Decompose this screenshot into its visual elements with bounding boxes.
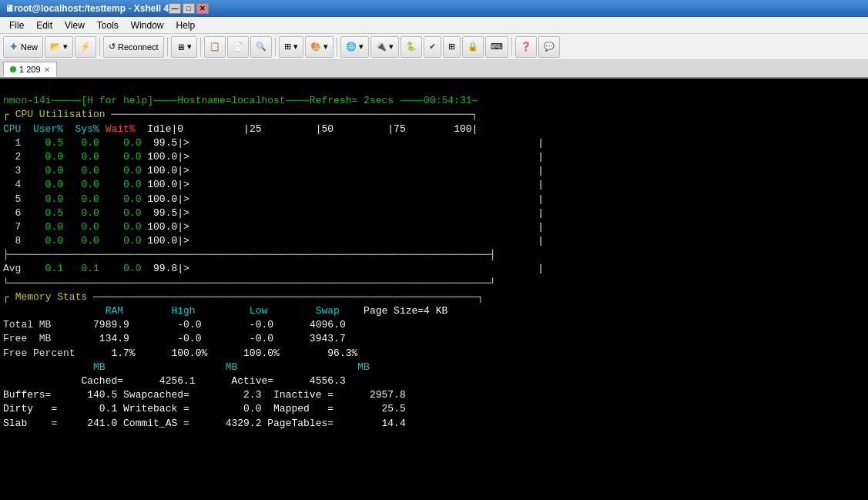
menu-view[interactable]: View	[59, 17, 91, 33]
menu-edit[interactable]: Edit	[30, 17, 59, 33]
session-button[interactable]: 🖥 ▾	[171, 36, 197, 58]
cpu-section-box-top: ┌ CPU Utilisation ──────────────────────…	[3, 109, 478, 120]
chat-button[interactable]: 💬	[538, 36, 560, 58]
close-button[interactable]: ✕	[196, 3, 209, 14]
mem-free-line: Free MB 134.9 -0.0 -0.0 3943.7	[3, 333, 346, 344]
check-button[interactable]: ✔	[424, 36, 441, 58]
theme-icon: 🎨	[310, 42, 321, 52]
new-icon: ✦	[8, 39, 18, 54]
separator-2	[167, 38, 168, 56]
cpu-row-4: 4 0.0 0.0 0.0 100.0|> |	[3, 179, 544, 190]
folder-button[interactable]: 📂 ▾	[45, 36, 73, 58]
lock-icon: 🔒	[468, 42, 478, 52]
tab-close-button[interactable]: ✕	[44, 65, 50, 74]
mem-header-line: RAM High Low Swap Page Size=4 KB	[3, 305, 447, 317]
cpu-avg-line: Avg 0.1 0.1 0.0 99.8|> |	[3, 263, 544, 274]
terminal-header: nmon-14i─────[H for help]────Hostname=lo…	[3, 95, 478, 106]
tab-label: 1 209	[19, 65, 41, 74]
dropdown-arrow-2: ▾	[187, 42, 192, 52]
separator-4	[275, 38, 276, 56]
help-button[interactable]: ❓	[515, 36, 537, 58]
snake-button[interactable]: 🐍	[400, 36, 422, 58]
menu-tools[interactable]: Tools	[91, 17, 125, 33]
dropdown-arrow: ▾	[63, 42, 68, 52]
new-button[interactable]: ✦ New	[3, 36, 43, 58]
mem-buffers-line: Buffers= 140.5 Swapcached= 2.3 Inactive …	[3, 389, 406, 401]
cpu-separator-mid: ├───────────────────────────────────────…	[3, 249, 496, 260]
minimize-button[interactable]: —	[169, 3, 181, 14]
cpu-row-5: 5 0.0 0.0 0.0 100.0|> |	[3, 193, 544, 205]
cpu-row-6: 6 0.5 0.0 0.0 99.5|> |	[3, 207, 544, 219]
copy-button[interactable]: 📋	[204, 36, 226, 58]
menu-help[interactable]: Help	[170, 17, 202, 33]
separator-1	[99, 38, 100, 56]
copy-icon: 📋	[209, 42, 220, 52]
paste-icon: 📄	[233, 42, 243, 52]
menu-file[interactable]: File	[3, 17, 30, 33]
find-icon: 🔍	[256, 42, 266, 52]
reconnect-button[interactable]: ↺ Reconnect	[103, 36, 164, 58]
title-text: root@localhost:/testtemp - Xshell 4	[14, 3, 169, 14]
connect-button[interactable]: ⚡	[75, 36, 96, 58]
tab-indicator	[10, 66, 16, 72]
paste-button[interactable]: 📄	[227, 36, 249, 58]
help-icon: ❓	[521, 42, 531, 52]
dropdown-arrow-4: ▾	[323, 42, 328, 52]
dropdown-arrow-5: ▾	[359, 42, 364, 52]
title-controls[interactable]: — □ ✕	[169, 3, 209, 14]
title-bar: 🖥 root@localhost:/testtemp - Xshell 4 — …	[0, 0, 868, 17]
reconnect-label: Reconnect	[118, 42, 159, 52]
dropdown-arrow-3: ▾	[293, 42, 298, 52]
plugin-icon: 🔌	[376, 42, 387, 52]
grid-button[interactable]: ⊞	[443, 36, 461, 58]
folder-icon: 📂	[50, 42, 61, 52]
globe-icon: 🌐	[346, 42, 357, 52]
separator-3	[200, 38, 201, 56]
new-label: New	[21, 42, 38, 52]
cpu-row-3: 3 0.0 0.0 0.0 100.0|> |	[3, 165, 544, 176]
reconnect-icon: ↺	[109, 42, 116, 52]
cpu-row-8: 8 0.0 0.0 0.0 100.0|> |	[3, 235, 544, 247]
cpu-row-1: 1 0.5 0.0 0.0 99.5|> |	[3, 137, 544, 149]
plugin-button[interactable]: 🔌 ▾	[370, 36, 399, 58]
mem-pct-line: Free Percent 1.7% 100.0% 100.0% 96.3%	[3, 347, 357, 359]
session-icon: 🖥	[176, 42, 185, 52]
cpu-box-bottom: └───────────────────────────────────────…	[3, 277, 496, 289]
grid-icon: ⊞	[448, 42, 455, 52]
menu-bar: File Edit View Tools Window Help	[0, 17, 868, 34]
separator-6	[511, 38, 512, 56]
keyboard-button[interactable]: ⌨	[485, 36, 508, 58]
separator-5	[337, 38, 337, 56]
terminal[interactable]: nmon-14i─────[H for help]────Hostname=lo…	[0, 79, 868, 500]
check-icon: ✔	[429, 42, 436, 52]
chat-icon: 💬	[544, 42, 555, 52]
mem-section-box-top: ┌ Memory Stats ─────────────────────────…	[3, 291, 484, 303]
menu-window[interactable]: Window	[125, 17, 170, 33]
keyboard-icon: ⌨	[491, 42, 503, 52]
title-icon: 🖥	[5, 3, 14, 14]
tab-1209[interactable]: 1 209 ✕	[3, 62, 57, 77]
layout-button[interactable]: ⊞ ▾	[279, 36, 303, 58]
toolbar: ✦ New 📂 ▾ ⚡ ↺ Reconnect 🖥 ▾ 📋 📄 🔍 ⊞ ▾ 🎨 …	[0, 34, 868, 60]
lock-button[interactable]: 🔒	[462, 36, 484, 58]
theme-button[interactable]: 🎨 ▾	[305, 36, 333, 58]
cpu-row-7: 7 0.0 0.0 0.0 100.0|> |	[3, 221, 544, 233]
dropdown-arrow-6: ▾	[389, 42, 394, 52]
tab-bar: 1 209 ✕	[0, 60, 868, 79]
cpu-row-2: 2 0.0 0.0 0.0 100.0|> |	[3, 151, 544, 163]
find-button[interactable]: 🔍	[250, 36, 272, 58]
mem-cached-line: Cached= 4256.1 Active= 4556.3	[3, 375, 346, 387]
mem-dirty-line: Dirty = 0.1 Writeback = 0.0 Mapped = 25.…	[3, 403, 406, 414]
mem-slab-line: Slab = 241.0 Commit_AS = 4329.2 PageTabl…	[3, 418, 406, 429]
layout-icon: ⊞	[284, 42, 291, 52]
snake-icon: 🐍	[406, 42, 417, 52]
connect-icon: ⚡	[80, 42, 91, 52]
globe-button[interactable]: 🌐 ▾	[340, 36, 369, 58]
maximize-button[interactable]: □	[183, 3, 195, 14]
mem-mb-label: MB MB MB	[3, 361, 370, 373]
cpu-header-line: CPU User% Sys% Wait% Idle|0 |25 |50 |75 …	[3, 123, 478, 135]
mem-total-line: Total MB 7989.9 -0.0 -0.0 4096.0	[3, 319, 346, 331]
